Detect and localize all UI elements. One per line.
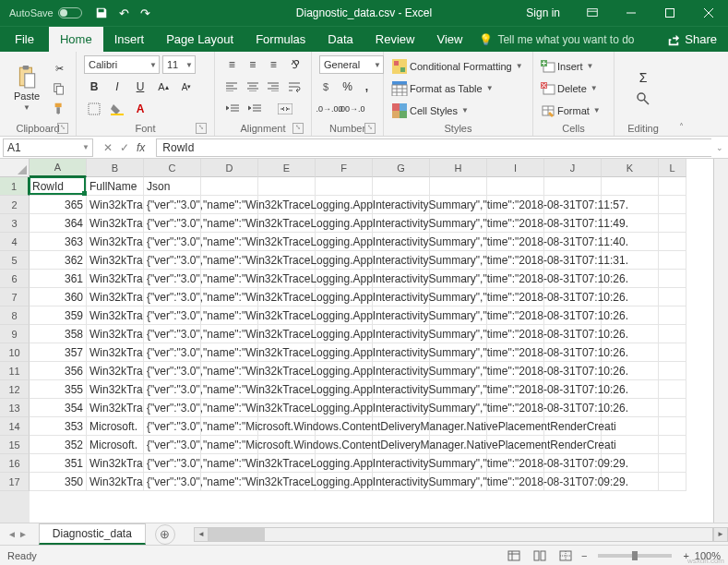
row-header[interactable]: 7 (0, 288, 30, 307)
cell[interactable] (659, 214, 686, 233)
cell[interactable]: Win32kTra (87, 307, 144, 325)
comma-button[interactable]: , (358, 78, 376, 96)
cell[interactable]: {"ver":"3.0","name":"Win32kTraceLogging.… (144, 454, 201, 473)
font-color-button[interactable]: A (130, 100, 150, 118)
cut-button[interactable]: ✂ (50, 61, 68, 78)
cell[interactable] (659, 436, 686, 454)
insert-cells-button[interactable]: Insert▼ (541, 56, 606, 77)
cell[interactable]: Microsoft. (87, 417, 144, 436)
row-header[interactable]: 15 (0, 436, 30, 454)
format-cells-button[interactable]: Format▼ (541, 101, 606, 121)
autosum-button[interactable]: Σ (633, 68, 653, 87)
cell[interactable]: {"ver":"3.0","name":"Win32kTraceLogging.… (144, 196, 201, 214)
percent-button[interactable]: % (339, 78, 356, 96)
cell[interactable]: Win32kTra (87, 325, 144, 343)
share-button[interactable]: Share (656, 27, 728, 52)
chevron-right-icon[interactable]: ► (18, 529, 28, 539)
cell[interactable]: {"ver":"3.0","name":"Win32kTraceLogging.… (144, 473, 201, 491)
cell[interactable]: RowId (30, 177, 87, 196)
cell[interactable]: {"ver":"3.0","name":"Microsoft.Windows.C… (144, 417, 201, 436)
cell[interactable] (659, 417, 686, 436)
toggle-off-icon[interactable] (58, 7, 82, 18)
cell[interactable] (659, 473, 686, 491)
cell[interactable]: 363 (30, 233, 87, 251)
cell[interactable] (258, 177, 316, 196)
dialog-launcher-icon[interactable]: ⤡ (57, 123, 68, 134)
minimize-button[interactable] (612, 0, 650, 26)
maximize-button[interactable] (650, 0, 689, 26)
column-header[interactable]: K (602, 159, 659, 177)
increase-indent-button[interactable] (245, 100, 265, 118)
dialog-launcher-icon[interactable]: ⤡ (292, 123, 304, 134)
row-header[interactable]: 6 (0, 270, 30, 288)
row-header[interactable]: 4 (0, 233, 30, 251)
cell[interactable]: {"ver":"3.0","name":"Win32kTraceLogging.… (144, 362, 201, 380)
decrease-decimal-button[interactable]: .00→.0 (341, 100, 362, 118)
new-sheet-button[interactable]: ⊕ (155, 524, 175, 545)
tab-home[interactable]: Home (49, 27, 103, 52)
cell[interactable]: Json (144, 177, 201, 196)
cell[interactable]: {"ver":"3.0","name":"Win32kTraceLogging.… (144, 380, 201, 399)
format-as-table-button[interactable]: Format as Table▼ (391, 78, 525, 99)
underline-button[interactable]: U (130, 78, 150, 96)
column-header[interactable]: G (373, 159, 430, 177)
increase-decimal-button[interactable]: .0→.00 (319, 100, 340, 118)
cell[interactable]: {"ver":"3.0","name":"Win32kTraceLogging.… (144, 343, 201, 362)
row-header[interactable]: 3 (0, 214, 30, 233)
align-left-button[interactable] (222, 78, 242, 96)
zoom-slider[interactable] (598, 554, 672, 558)
column-header[interactable]: B (87, 159, 144, 177)
cell[interactable]: 353 (30, 417, 87, 436)
copy-button[interactable] (50, 80, 68, 97)
cell[interactable] (544, 177, 602, 196)
sheet-tab-active[interactable]: Diagnostic_data (39, 523, 146, 545)
scrollbar-thumb[interactable] (209, 528, 265, 541)
increase-font-button[interactable]: A▴ (153, 78, 173, 96)
cell[interactable] (201, 177, 258, 196)
cell[interactable]: {"ver":"3.0","name":"Win32kTraceLogging.… (144, 214, 201, 233)
cell[interactable] (659, 325, 686, 343)
dialog-launcher-icon[interactable]: ⤡ (196, 123, 207, 134)
save-icon[interactable] (95, 6, 108, 19)
horizontal-scrollbar[interactable]: ◄ ► (194, 527, 728, 542)
column-header[interactable]: H (430, 159, 487, 177)
font-name-combo[interactable]: Calibri▼ (84, 55, 160, 74)
row-header[interactable]: 10 (0, 343, 30, 362)
decrease-indent-button[interactable] (222, 100, 243, 118)
cell[interactable]: 352 (30, 436, 87, 454)
delete-cells-button[interactable]: Delete▼ (541, 78, 606, 99)
cell[interactable]: 359 (30, 307, 87, 325)
cell[interactable] (316, 177, 373, 196)
cell[interactable] (602, 177, 659, 196)
cell[interactable]: Win32kTra (87, 362, 144, 380)
cell[interactable] (659, 251, 686, 270)
cell[interactable]: Win32kTra (87, 473, 144, 491)
row-header[interactable]: 8 (0, 307, 30, 325)
font-size-combo[interactable]: 11▼ (162, 55, 196, 74)
tab-review[interactable]: Review (364, 27, 426, 52)
cell[interactable]: 362 (30, 251, 87, 270)
row-header[interactable]: 2 (0, 196, 30, 214)
cell[interactable]: {"ver":"3.0","name":"Microsoft.Windows.C… (144, 436, 201, 454)
cell[interactable] (659, 307, 686, 325)
row-header[interactable]: 1 (0, 177, 30, 196)
tab-insert[interactable]: Insert (103, 27, 156, 52)
wrap-text-button[interactable] (285, 78, 304, 96)
cell[interactable]: {"ver":"3.0","name":"Win32kTraceLogging.… (144, 251, 201, 270)
orientation-button[interactable]: ⅋ (285, 55, 304, 74)
tab-nav-buttons[interactable]: ◄► (0, 529, 35, 539)
cell[interactable]: Win32kTra (87, 343, 144, 362)
undo-icon[interactable]: ↶ (119, 6, 129, 20)
italic-button[interactable]: I (107, 78, 127, 96)
cell[interactable] (659, 362, 686, 380)
cell[interactable] (659, 270, 686, 288)
cell[interactable]: 350 (30, 473, 87, 491)
zoom-out-button[interactable]: − (581, 550, 587, 561)
column-header[interactable]: D (201, 159, 258, 177)
cell[interactable]: {"ver":"3.0","name":"Win32kTraceLogging.… (144, 270, 201, 288)
cell[interactable]: 354 (30, 399, 87, 417)
page-break-view-button[interactable] (555, 547, 576, 564)
cell[interactable]: 361 (30, 270, 87, 288)
cell[interactable]: Win32kTra (87, 251, 144, 270)
cell[interactable]: Win32kTra (87, 214, 144, 233)
